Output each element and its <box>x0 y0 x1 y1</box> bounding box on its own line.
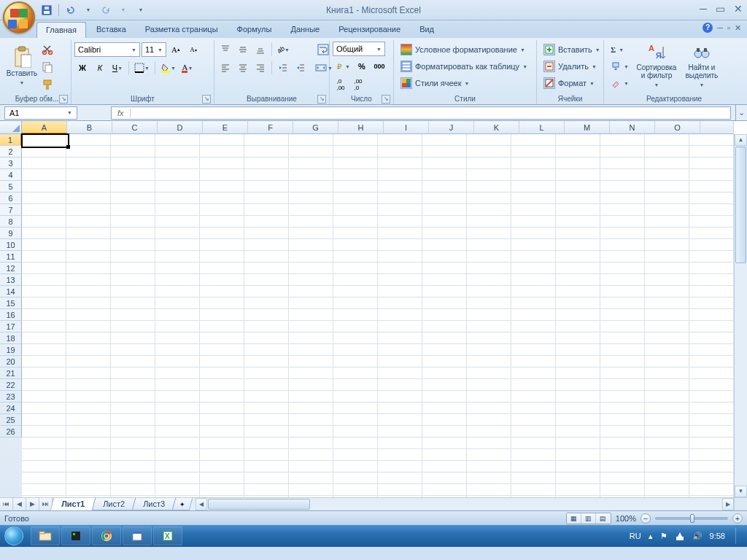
cell[interactable] <box>467 414 511 426</box>
cell[interactable] <box>645 391 689 402</box>
column-header[interactable]: I <box>384 121 429 134</box>
format-cells-button[interactable]: Формат▼ <box>540 75 604 91</box>
font-color-button[interactable]: A▼ <box>179 60 196 76</box>
cell[interactable] <box>333 274 378 286</box>
cell[interactable] <box>600 262 645 274</box>
cell[interactable] <box>333 484 378 496</box>
cell[interactable] <box>111 228 155 239</box>
cell[interactable] <box>22 344 66 356</box>
cell[interactable] <box>645 332 689 344</box>
cell[interactable] <box>422 286 467 298</box>
cell[interactable] <box>244 321 289 332</box>
cell[interactable] <box>333 356 378 368</box>
cell[interactable] <box>200 134 244 146</box>
cell[interactable] <box>289 438 333 449</box>
cell[interactable] <box>422 472 467 484</box>
cell[interactable] <box>556 332 600 344</box>
cell[interactable] <box>600 309 645 321</box>
cell[interactable] <box>689 228 734 239</box>
cell[interactable] <box>244 484 289 496</box>
cell[interactable] <box>289 332 333 344</box>
tab-Вид[interactable]: Вид <box>411 22 443 38</box>
cell[interactable] <box>556 461 600 472</box>
cell[interactable] <box>22 309 66 321</box>
clear-button[interactable]: ▼ <box>607 75 632 91</box>
cell[interactable] <box>645 449 689 461</box>
cell[interactable] <box>511 332 556 344</box>
sheet-tab[interactable]: Лист3 <box>132 498 177 510</box>
cell[interactable] <box>333 402 378 414</box>
cell[interactable] <box>244 146 289 158</box>
new-sheet-button[interactable]: ✦ <box>172 498 193 510</box>
cell[interactable] <box>111 321 155 332</box>
cell[interactable] <box>244 472 289 484</box>
normal-view-button[interactable]: ▦ <box>567 513 581 524</box>
cell[interactable] <box>378 158 422 169</box>
cell[interactable] <box>556 286 600 298</box>
zoom-out-button[interactable]: − <box>640 513 651 524</box>
row-header[interactable]: 24 <box>0 402 22 414</box>
cell[interactable] <box>511 438 556 449</box>
cell[interactable] <box>200 461 244 472</box>
cell[interactable] <box>155 332 200 344</box>
cell[interactable] <box>289 274 333 286</box>
taskbar-app-chrome[interactable] <box>92 526 121 545</box>
cell[interactable] <box>511 239 556 251</box>
cell[interactable] <box>111 181 155 192</box>
cell[interactable] <box>511 251 556 262</box>
page-layout-view-button[interactable]: ▥ <box>581 513 596 524</box>
cell[interactable] <box>556 239 600 251</box>
cell[interactable] <box>511 298 556 309</box>
cell[interactable] <box>333 344 378 356</box>
cell[interactable] <box>155 274 200 286</box>
cell[interactable] <box>511 134 556 146</box>
cell[interactable] <box>244 228 289 239</box>
cell[interactable] <box>467 228 511 239</box>
cell[interactable] <box>378 438 422 449</box>
zoom-slider-thumb[interactable] <box>690 514 694 523</box>
cell[interactable] <box>244 158 289 169</box>
cell[interactable] <box>511 274 556 286</box>
row-header[interactable]: 15 <box>0 298 22 309</box>
currency-button[interactable]: ₽▼ <box>333 58 352 74</box>
cell[interactable] <box>333 379 378 391</box>
cell[interactable] <box>111 274 155 286</box>
cell[interactable] <box>244 309 289 321</box>
cell[interactable] <box>422 274 467 286</box>
cell[interactable] <box>66 461 111 472</box>
cell[interactable] <box>155 169 200 181</box>
cell[interactable] <box>422 192 467 204</box>
cell[interactable] <box>333 414 378 426</box>
cell[interactable] <box>111 414 155 426</box>
cell[interactable] <box>378 356 422 368</box>
cell[interactable] <box>645 158 689 169</box>
taskbar-app-4[interactable] <box>123 526 152 545</box>
cell[interactable] <box>200 402 244 414</box>
cell[interactable] <box>200 414 244 426</box>
cell[interactable] <box>111 332 155 344</box>
cell[interactable] <box>422 298 467 309</box>
cell[interactable] <box>155 181 200 192</box>
cell[interactable] <box>556 204 600 216</box>
cell[interactable] <box>467 192 511 204</box>
cell[interactable] <box>511 414 556 426</box>
cell[interactable] <box>333 181 378 192</box>
cell[interactable] <box>600 344 645 356</box>
language-indicator[interactable]: RU <box>630 532 641 540</box>
font-size-combo[interactable]: 11▼ <box>142 42 166 57</box>
cell[interactable] <box>333 309 378 321</box>
cell[interactable] <box>155 356 200 368</box>
cell[interactable] <box>422 461 467 472</box>
cell[interactable] <box>66 262 111 274</box>
cell[interactable] <box>600 321 645 332</box>
cell[interactable] <box>244 216 289 228</box>
cell[interactable] <box>22 239 66 251</box>
cell[interactable] <box>289 228 333 239</box>
cell[interactable] <box>66 356 111 368</box>
cell[interactable] <box>22 332 66 344</box>
tab-Рецензирование[interactable]: Рецензирование <box>330 22 409 38</box>
insert-cells-button[interactable]: Вставить▼ <box>540 42 604 58</box>
border-button[interactable]: ▼ <box>132 60 152 76</box>
cell[interactable] <box>22 158 66 169</box>
cell[interactable] <box>422 414 467 426</box>
